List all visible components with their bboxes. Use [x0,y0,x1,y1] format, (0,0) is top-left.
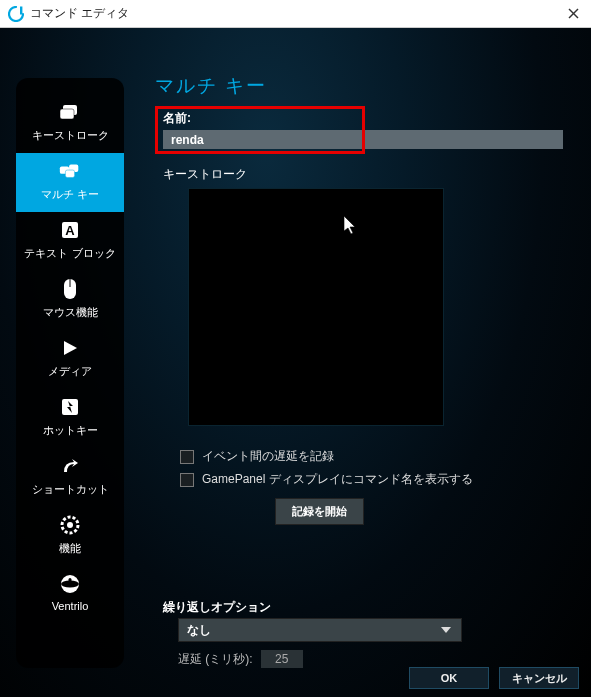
shortcut-icon [58,454,82,478]
sidebar-item-label: ショートカット [32,482,109,497]
keystroke-icon [58,100,82,124]
sidebar-item-textblock[interactable]: A テキスト ブロック [16,212,124,271]
sidebar-item-ventrilo[interactable]: Ventrilo [16,566,124,622]
sidebar-item-label: マルチ キー [41,187,99,202]
ok-button[interactable]: OK [409,667,489,689]
highlight-box [155,106,365,154]
sidebar-item-mouse[interactable]: マウス機能 [16,271,124,330]
content-area: キーストローク マルチ キー A テキスト ブロック マウス機能 メディア [0,28,591,697]
window-title: コマンド エディタ [30,5,129,22]
sidebar-item-media[interactable]: メディア [16,330,124,389]
sidebar-item-label: メディア [48,364,92,379]
sidebar-item-keystroke[interactable]: キーストローク [16,94,124,153]
sidebar-item-functions[interactable]: 機能 [16,507,124,566]
sidebar-item-label: テキスト ブロック [24,246,115,261]
keystrokes-area[interactable] [188,188,444,426]
ventrilo-icon [58,572,82,596]
sidebar-item-label: 機能 [59,541,81,556]
checkbox-icon [180,473,194,487]
sidebar-item-multikey[interactable]: マルチ キー [16,153,124,212]
svg-text:A: A [65,223,75,238]
repeat-label: 繰り返しオプション [163,599,271,616]
delay-input[interactable] [261,650,303,668]
mouse-icon [58,277,82,301]
checkbox-icon [180,450,194,464]
checkbox-label: イベント間の遅延を記録 [202,448,334,465]
repeat-value: なし [187,622,211,639]
checkbox-row-delays[interactable]: イベント間の遅延を記録 [180,448,473,465]
sidebar-item-label: マウス機能 [43,305,98,320]
svg-rect-4 [60,109,74,119]
svg-rect-7 [65,170,74,177]
svg-rect-19 [69,578,72,583]
hotkey-icon [58,395,82,419]
sidebar-item-shortcut[interactable]: ショートカット [16,448,124,507]
checkbox-label: GamePanel ディスプレイにコマンド名を表示する [202,471,473,488]
sidebar-item-hotkey[interactable]: ホットキー [16,389,124,448]
sidebar-item-label: キーストローク [32,128,109,143]
repeat-select[interactable]: なし [178,618,462,642]
sidebar-item-label: ホットキー [43,423,98,438]
svg-point-16 [67,522,73,528]
logitech-logo-icon [8,6,24,22]
close-button[interactable] [563,4,583,24]
functions-icon [58,513,82,537]
cancel-button[interactable]: キャンセル [499,667,579,689]
keystrokes-label: キーストローク [163,166,247,183]
sidebar-item-label: Ventrilo [52,600,89,612]
svg-marker-12 [64,341,77,355]
svg-marker-21 [441,627,451,633]
multikey-icon [58,159,82,183]
textblock-icon: A [58,218,82,242]
media-icon [58,336,82,360]
checkbox-row-gamepanel[interactable]: GamePanel ディスプレイにコマンド名を表示する [180,471,473,488]
svg-rect-0 [20,6,22,14]
chevron-down-icon [439,625,453,635]
page-title: マルチ キー [155,73,573,99]
record-button[interactable]: 記録を開始 [275,498,364,525]
close-icon [568,8,579,19]
sidebar: キーストローク マルチ キー A テキスト ブロック マウス機能 メディア [16,78,124,668]
titlebar: コマンド エディタ [0,0,591,28]
delay-label: 遅延 (ミリ秒): [178,651,253,668]
